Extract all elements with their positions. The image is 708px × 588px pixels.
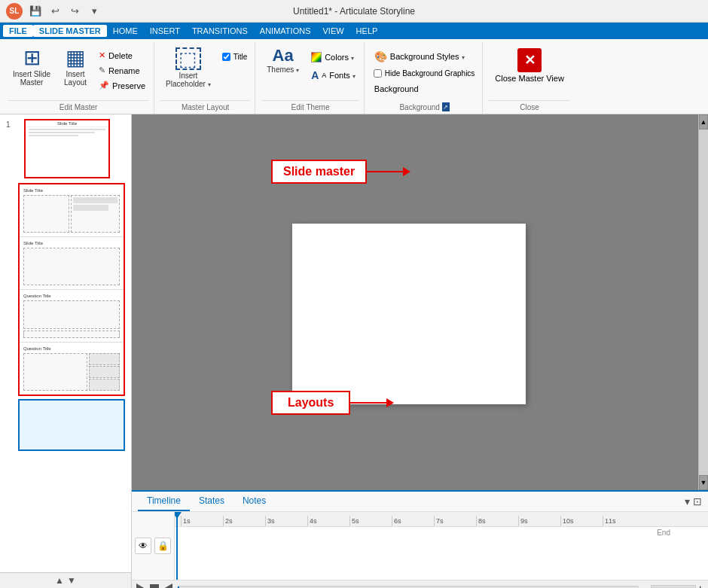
- timeline-controls: 👁 🔒: [132, 512, 175, 580]
- timeline-eye-button[interactable]: 👁: [135, 538, 151, 554]
- playback-bar: − +: [132, 580, 708, 588]
- stop-button[interactable]: [150, 584, 159, 588]
- hide-bg-graphics-label: Hide Background Graphics: [385, 69, 475, 78]
- slide-panel-scroll[interactable]: 1 Slide Title Slide Title: [0, 114, 131, 572]
- zoom-out-button[interactable]: −: [643, 583, 649, 588]
- layout-slide-3[interactable]: Question Title: [20, 290, 124, 343]
- tab-resize-icon[interactable]: ⊡: [693, 495, 702, 507]
- zoom-slider[interactable]: [651, 585, 696, 588]
- layout-slide-4-inner: Question Title: [21, 344, 122, 393]
- tab-timeline[interactable]: Timeline: [138, 492, 190, 511]
- menu-item-help[interactable]: HELP: [350, 25, 384, 37]
- layout-4-right: [89, 353, 120, 391]
- background-button[interactable]: Background: [371, 82, 478, 96]
- tab-states[interactable]: States: [190, 492, 233, 511]
- canvas-vscroll[interactable]: ▲ ▼: [698, 114, 708, 490]
- ruler-mark-10s: 10s: [560, 516, 603, 526]
- slide-panel: 1 Slide Title Slide Title: [0, 114, 132, 588]
- background-content: 🎨 Background Styles ▾ Hide Background Gr…: [371, 42, 478, 102]
- colors-button[interactable]: Colors ▾: [307, 50, 359, 65]
- close-master-view-button[interactable]: ✕ Close Master View: [489, 45, 570, 86]
- right-pane: ▲ ▼ Slide master Layouts: [132, 114, 708, 588]
- timeline-end-label: End: [657, 529, 670, 537]
- preserve-button[interactable]: 📌 Preserve: [95, 78, 149, 93]
- rewind-button[interactable]: [163, 583, 172, 588]
- tab-notes[interactable]: Notes: [233, 492, 275, 511]
- layout-2-content: [23, 248, 120, 285]
- edit-master-content: ⊞ Insert SlideMaster ▦ InsertLayout ✕ De…: [8, 42, 149, 100]
- layout-4-left: [23, 353, 87, 391]
- title-checkbox[interactable]: [222, 53, 230, 61]
- master-slide-thumb-inner: Slide Title: [26, 120, 108, 177]
- slide-master-callout: Slide master: [271, 160, 404, 184]
- slide-text-line-3: [29, 135, 78, 136]
- colors-swatch-icon: [311, 52, 322, 62]
- rename-button[interactable]: ✎ Rename: [95, 63, 149, 78]
- save-icon[interactable]: 💾: [27, 3, 44, 20]
- title-checkbox-container[interactable]: Title: [219, 51, 251, 62]
- master-slide-container: 1 Slide Title: [18, 119, 116, 178]
- hide-bg-graphics-checkbox[interactable]: [374, 69, 382, 78]
- panel-scroll-up-icon[interactable]: ▲: [55, 575, 64, 586]
- ribbon-group-edit-master: ⊞ Insert SlideMaster ▦ InsertLayout ✕ De…: [3, 42, 154, 114]
- title-check-label: Title: [233, 53, 248, 61]
- vscroll-up[interactable]: ▲: [699, 114, 708, 129]
- ruler-mark-9s: 9s: [518, 516, 560, 526]
- ruler-mark-6s: 6s: [392, 516, 434, 526]
- menu-item-file[interactable]: FILE: [3, 25, 33, 37]
- insert-layout-button[interactable]: ▦ InsertLayout: [59, 45, 92, 89]
- delete-label: Delete: [108, 51, 133, 60]
- redo-icon[interactable]: ↪: [66, 3, 83, 20]
- menu-item-animations[interactable]: ANIMATIONS: [254, 25, 317, 37]
- slide-master-arrowhead: [403, 167, 410, 176]
- menu-item-view[interactable]: VIEW: [316, 25, 349, 37]
- layout-slide-2[interactable]: Slide Title: [20, 237, 124, 290]
- hide-bg-graphics-container[interactable]: Hide Background Graphics: [371, 68, 478, 79]
- zoom-controls: − +: [643, 583, 703, 588]
- layout-slide-4[interactable]: Question Title: [20, 343, 124, 395]
- menu-item-slide-master[interactable]: SLIDE MASTER: [33, 25, 107, 37]
- menu-item-transitions[interactable]: TRANSITIONS: [186, 25, 254, 37]
- ribbon: ⊞ Insert SlideMaster ▦ InsertLayout ✕ De…: [0, 39, 708, 114]
- slide-text-line-1: [29, 129, 105, 130]
- tab-dropdown-icon[interactable]: ▾: [685, 495, 690, 507]
- title-actions[interactable]: 💾 ↩ ↪ ▾: [27, 3, 102, 20]
- layout-3-box-bottom: [23, 331, 120, 338]
- insert-placeholder-button[interactable]: ⬚ InsertPlaceholder ▾: [160, 45, 216, 90]
- main-area: 1 Slide Title Slide Title: [0, 114, 708, 588]
- undo-icon[interactable]: ↩: [47, 3, 63, 20]
- fonts-button[interactable]: A A Fonts ▾: [307, 67, 359, 84]
- layout-1-line-2: [73, 205, 108, 211]
- main-slide-canvas[interactable]: [292, 224, 526, 404]
- ruler-mark-8s: 8s: [476, 516, 518, 526]
- menu-item-insert[interactable]: INSERT: [144, 25, 186, 37]
- insert-layout-label: InsertLayout: [64, 70, 87, 87]
- edit-theme-content: Aa Themes ▾ Colors ▾ A A Fonts ▾: [261, 42, 359, 100]
- zoom-in-button[interactable]: +: [697, 583, 703, 588]
- ruler-mark-5s: 5s: [349, 516, 392, 526]
- ruler-mark-2s: 2s: [223, 516, 265, 526]
- master-slide-title-text: Slide Title: [26, 120, 108, 127]
- background-expand-button[interactable]: ↗: [442, 102, 450, 111]
- play-button[interactable]: [136, 583, 145, 588]
- dropdown-icon[interactable]: ▾: [86, 3, 102, 20]
- fonts-icon: A: [311, 69, 319, 81]
- master-layout-group-label: Master Layout: [160, 100, 250, 114]
- selected-empty-slide[interactable]: [18, 399, 125, 451]
- layout-4-content: [23, 353, 120, 391]
- panel-scroll-down-icon[interactable]: ▼: [67, 575, 76, 586]
- themes-button[interactable]: Aa Themes ▾: [261, 45, 304, 76]
- background-styles-button[interactable]: 🎨 Background Styles ▾: [371, 48, 478, 65]
- close-group-label: Close: [489, 100, 570, 114]
- vscroll-down[interactable]: ▼: [699, 475, 708, 490]
- timeline-lock-button[interactable]: 🔒: [154, 538, 171, 554]
- layout-slide-1[interactable]: Slide Title: [20, 184, 124, 237]
- master-slide-thumb[interactable]: Slide Title: [24, 119, 110, 178]
- menu-item-home[interactable]: HOME: [107, 25, 144, 37]
- slide-num-1: 1: [6, 120, 11, 129]
- panel-scroll-buttons: ▲ ▼: [0, 572, 131, 588]
- insert-slide-master-button[interactable]: ⊞ Insert SlideMaster: [8, 45, 56, 89]
- ribbon-group-edit-theme: Aa Themes ▾ Colors ▾ A A Fonts ▾ Edit Th…: [257, 42, 365, 114]
- delete-button[interactable]: ✕ Delete: [95, 48, 149, 62]
- insert-slide-master-label: Insert SlideMaster: [13, 70, 50, 87]
